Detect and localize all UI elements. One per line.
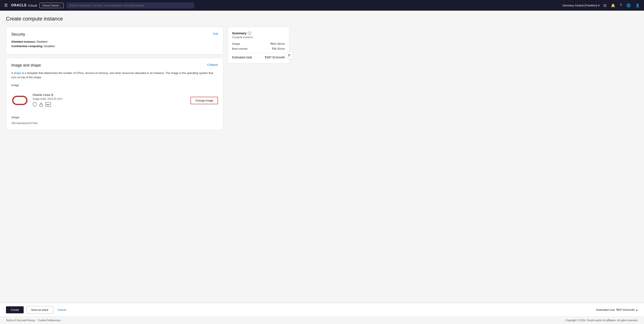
globe-icon[interactable]: 🌐 [626,2,632,8]
shape-link[interactable]: shape [14,72,21,74]
change-image-button[interactable]: Change image [190,97,218,104]
lock-icon [39,102,43,108]
page-footer: Terms of Use and Privacy Cookie Preferen… [0,316,644,324]
cost-chevron-up-icon[interactable]: ▲ [636,308,638,312]
summary-card: Summary i Compute instance Shape ₹661.56… [228,27,290,64]
terms-link[interactable]: Terms of Use and Privacy [6,319,35,322]
image-section-label: Image [11,84,218,87]
help-icon[interactable]: ? [619,2,623,8]
summary-panel: Summary i Compute instance Shape ₹661.56… [228,27,290,64]
cloud-classic-button[interactable]: Cloud Classic › [40,3,64,8]
oracle-logo-image [11,92,28,109]
summary-info-icon[interactable]: i [248,32,251,35]
boot-volume-label: Boot volume [232,47,248,50]
security-card: Security Edit Shielded instance: Disable… [6,27,223,54]
confidential-value: Disabled [44,44,55,48]
user-avatar-icon[interactable]: 👤 [634,2,640,8]
estimated-total-label: Estimated total [232,56,252,59]
image-shape-card-header: Image and shape Collapse [11,63,218,68]
help-dots-row [288,54,290,55]
confidential-computing-field: Confidential computing: Disabled [11,44,218,48]
shielded-value: Disabled [37,40,48,43]
image-info: Oracle Linux 8 Image build: 2024.04.19-0 [32,93,186,108]
confidential-label: Confidential computing: [11,44,43,48]
help-dots-button[interactable] [285,51,293,59]
card-description: A shape is a template that determines th… [11,71,218,79]
summary-title: Summary [232,31,246,35]
search-input[interactable] [66,2,194,8]
oracle-oval-icon [12,96,28,105]
hamburger-menu-icon[interactable]: ☰ [4,2,8,8]
page-title: Create compute instance [6,16,638,22]
image-name: Oracle Linux 8 [32,93,186,96]
cancel-link[interactable]: Cancel [56,306,68,313]
help-dot [290,56,290,56]
security-title: Security [11,32,25,37]
image-build: Image build: 2024.04.19-0 [32,98,186,100]
help-dots-row-2 [288,56,290,56]
cloud-text: Cloud [28,4,37,7]
image-shape-title: Image and shape [11,63,41,68]
estimated-cost-display: Estimated cost: ₹697.81/month ▲ [596,308,638,312]
region-selector[interactable]: Germany Central (Frankfurt) ▾ [562,4,600,7]
summary-total-row: Estimated total ₹697.81/month [232,56,285,59]
main-layout: Security Edit Shielded instance: Disable… [6,27,638,303]
shape-value: VM.Standard.E4.Flex [11,122,218,125]
summary-header: Summary i [232,31,285,35]
shape-value: ₹661.56/mo [270,42,285,46]
shape-section-label: Shape [11,116,218,119]
shielded-label: Shielded instance: [11,40,36,43]
boot-volume-value: ₹36.25/mo [272,47,285,50]
page-wrapper: Create compute instance Security Edit Sh… [0,11,644,303]
security-edit-link[interactable]: Edit [213,32,218,36]
nav-right-actions: Germany Central (Frankfurt) ▾ ⊡ 🔔 ? 🌐 👤 [562,2,640,8]
help-dot [288,56,289,56]
terminal-icon[interactable]: ⊡ [603,2,607,8]
notifications-icon[interactable]: 🔔 [610,2,616,8]
shield-icon [32,102,37,108]
summary-boot-row: Boot volume ₹36.25/mo [232,47,285,50]
image-row: Oracle Linux 8 Image build: 2024.04.19-0 [11,89,218,112]
security-card-header: Security Edit [11,32,218,37]
image-icons: BM [32,102,186,108]
main-content: Security Edit Shielded instance: Disable… [6,27,223,303]
footer-left: Terms of Use and Privacy Cookie Preferen… [6,319,60,322]
help-dot [290,54,290,55]
summary-divider [232,53,285,53]
bottom-action-bar: Create Save as stack Cancel Estimated co… [0,303,644,316]
shape-section: Shape VM.Standard.E4.Flex [11,116,218,125]
oracle-text: ORACLE [11,4,27,7]
bm-badge-icon: BM [46,102,51,108]
summary-shape-row: Shape ₹661.56/mo [232,42,285,46]
svg-text:BM: BM [46,104,50,106]
save-as-stack-button[interactable]: Save as stack [26,306,53,314]
estimated-total-value: ₹697.81/month [265,56,285,59]
shielded-instance-field: Shielded instance: Disabled [11,40,218,43]
oracle-logo: ORACLE Cloud [11,4,37,7]
shape-label: Shape [232,42,240,46]
estimated-cost-text: Estimated cost: ₹697.81/month [596,308,634,312]
summary-subtitle: Compute instance [232,36,285,39]
cookie-link[interactable]: Cookie Preferences [38,319,60,322]
collapse-link[interactable]: Collapse [207,63,218,66]
create-button[interactable]: Create [6,306,24,313]
top-navigation: ☰ ORACLE Cloud Cloud Classic › Germany C… [0,0,644,11]
help-dot [288,54,289,55]
svg-rect-0 [40,104,42,106]
footer-copyright: Copyright © 2024, Oracle and/or its affi… [565,319,638,322]
image-shape-card: Image and shape Collapse A shape is a te… [6,58,223,130]
